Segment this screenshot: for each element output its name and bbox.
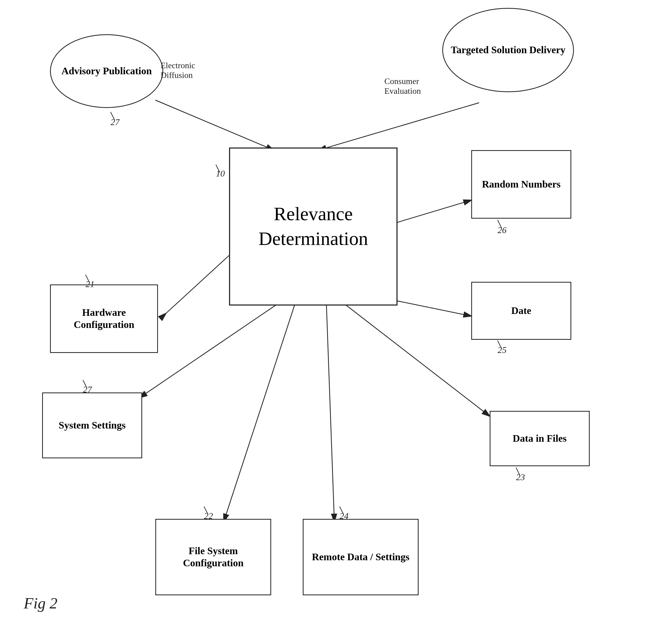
ref-tick-24 bbox=[334, 505, 350, 516]
file-system-configuration-label: File System Configuration bbox=[156, 542, 270, 572]
svg-line-15 bbox=[498, 341, 501, 348]
date-node: Date bbox=[471, 282, 571, 340]
advisory-publication-label: Advisory Publication bbox=[59, 63, 154, 80]
remote-data-settings-label: Remote Data / Settings bbox=[309, 548, 412, 566]
svg-line-5 bbox=[166, 255, 229, 314]
hardware-configuration-label: Hardware Configuration bbox=[51, 304, 157, 333]
svg-line-11 bbox=[111, 112, 115, 120]
data-in-files-node: Data in Files bbox=[490, 411, 590, 466]
svg-line-12 bbox=[216, 165, 220, 172]
system-settings-label: System Settings bbox=[56, 417, 128, 434]
hardware-configuration-node: Hardware Configuration bbox=[50, 284, 158, 353]
ref-tick-25 bbox=[492, 339, 508, 350]
ref-tick-27 bbox=[105, 111, 121, 121]
electronic-diffusion-label: ElectronicDiffusion bbox=[161, 61, 195, 80]
remote-data-settings-node: Remote Data / Settings bbox=[303, 519, 419, 595]
system-settings-node: System Settings bbox=[42, 392, 142, 458]
ref-tick-ss bbox=[78, 379, 93, 389]
consumer-evaluation-label: ConsumerEvaluation bbox=[384, 76, 421, 96]
date-label: Date bbox=[509, 302, 534, 320]
svg-line-8 bbox=[345, 304, 490, 416]
targeted-solution-node: Targeted Solution Delivery bbox=[442, 8, 574, 92]
relevance-determination-label: Relevance Determination bbox=[230, 202, 397, 251]
relevance-determination-node: Relevance Determination bbox=[229, 147, 398, 305]
advisory-publication-node: Advisory Publication bbox=[50, 34, 163, 108]
file-system-configuration-node: File System Configuration bbox=[155, 519, 271, 595]
svg-line-3 bbox=[319, 103, 479, 150]
svg-line-13 bbox=[498, 220, 501, 228]
ref-tick-22 bbox=[199, 505, 215, 516]
data-in-files-label: Data in Files bbox=[510, 430, 569, 447]
random-numbers-label: Random Numbers bbox=[479, 176, 563, 193]
svg-line-16 bbox=[83, 380, 87, 388]
random-numbers-node: Random Numbers bbox=[471, 150, 571, 218]
svg-line-9 bbox=[224, 304, 295, 522]
svg-line-17 bbox=[516, 467, 520, 476]
svg-line-2 bbox=[155, 100, 274, 150]
svg-line-4 bbox=[392, 200, 471, 224]
ref-tick-10 bbox=[211, 163, 227, 174]
svg-line-19 bbox=[339, 507, 344, 514]
fig-label: Fig 2 bbox=[24, 594, 57, 613]
svg-line-7 bbox=[140, 303, 279, 398]
targeted-solution-label: Targeted Solution Delivery bbox=[448, 41, 568, 59]
ref-tick-23 bbox=[511, 466, 526, 477]
diagram-container: Advisory Publication 27 Targeted Solutio… bbox=[0, 0, 660, 644]
ref-tick-26 bbox=[492, 218, 508, 229]
ref-tick-21 bbox=[80, 273, 96, 284]
svg-line-10 bbox=[326, 305, 334, 522]
svg-line-14 bbox=[86, 275, 90, 283]
svg-line-18 bbox=[204, 507, 208, 514]
